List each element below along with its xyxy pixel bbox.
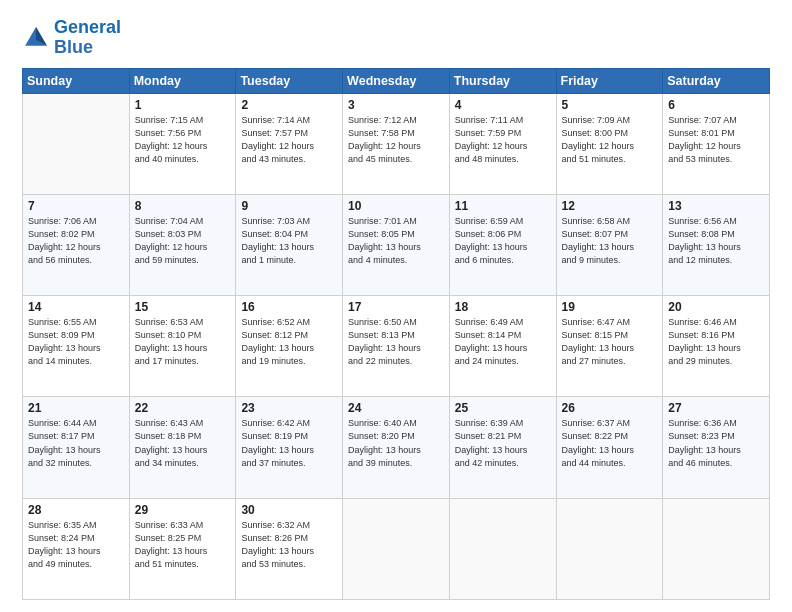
- weekday-header-friday: Friday: [556, 68, 663, 93]
- day-info: Sunrise: 6:56 AMSunset: 8:08 PMDaylight:…: [668, 215, 764, 267]
- day-info: Sunrise: 6:52 AMSunset: 8:12 PMDaylight:…: [241, 316, 337, 368]
- day-number: 5: [562, 98, 658, 112]
- day-info: Sunrise: 7:04 AMSunset: 8:03 PMDaylight:…: [135, 215, 231, 267]
- calendar-cell: 9Sunrise: 7:03 AMSunset: 8:04 PMDaylight…: [236, 194, 343, 295]
- day-number: 4: [455, 98, 551, 112]
- calendar-week-4: 21Sunrise: 6:44 AMSunset: 8:17 PMDayligh…: [23, 397, 770, 498]
- day-number: 12: [562, 199, 658, 213]
- day-info: Sunrise: 7:15 AMSunset: 7:56 PMDaylight:…: [135, 114, 231, 166]
- day-info: Sunrise: 6:32 AMSunset: 8:26 PMDaylight:…: [241, 519, 337, 571]
- calendar-week-2: 7Sunrise: 7:06 AMSunset: 8:02 PMDaylight…: [23, 194, 770, 295]
- weekday-header-tuesday: Tuesday: [236, 68, 343, 93]
- day-number: 17: [348, 300, 444, 314]
- weekday-header-monday: Monday: [129, 68, 236, 93]
- day-number: 26: [562, 401, 658, 415]
- day-info: Sunrise: 6:55 AMSunset: 8:09 PMDaylight:…: [28, 316, 124, 368]
- calendar-header-row: SundayMondayTuesdayWednesdayThursdayFrid…: [23, 68, 770, 93]
- calendar-cell: 30Sunrise: 6:32 AMSunset: 8:26 PMDayligh…: [236, 498, 343, 599]
- calendar-cell: 26Sunrise: 6:37 AMSunset: 8:22 PMDayligh…: [556, 397, 663, 498]
- calendar-cell: 4Sunrise: 7:11 AMSunset: 7:59 PMDaylight…: [449, 93, 556, 194]
- day-number: 10: [348, 199, 444, 213]
- day-info: Sunrise: 6:53 AMSunset: 8:10 PMDaylight:…: [135, 316, 231, 368]
- day-info: Sunrise: 6:50 AMSunset: 8:13 PMDaylight:…: [348, 316, 444, 368]
- calendar-cell: 1Sunrise: 7:15 AMSunset: 7:56 PMDaylight…: [129, 93, 236, 194]
- calendar-cell: 8Sunrise: 7:04 AMSunset: 8:03 PMDaylight…: [129, 194, 236, 295]
- day-number: 29: [135, 503, 231, 517]
- day-number: 22: [135, 401, 231, 415]
- day-info: Sunrise: 7:06 AMSunset: 8:02 PMDaylight:…: [28, 215, 124, 267]
- day-number: 14: [28, 300, 124, 314]
- calendar-cell: 28Sunrise: 6:35 AMSunset: 8:24 PMDayligh…: [23, 498, 130, 599]
- day-info: Sunrise: 7:12 AMSunset: 7:58 PMDaylight:…: [348, 114, 444, 166]
- day-info: Sunrise: 6:35 AMSunset: 8:24 PMDaylight:…: [28, 519, 124, 571]
- calendar-cell: 3Sunrise: 7:12 AMSunset: 7:58 PMDaylight…: [343, 93, 450, 194]
- calendar-cell: 17Sunrise: 6:50 AMSunset: 8:13 PMDayligh…: [343, 296, 450, 397]
- day-number: 8: [135, 199, 231, 213]
- calendar-cell: [556, 498, 663, 599]
- calendar-cell: 25Sunrise: 6:39 AMSunset: 8:21 PMDayligh…: [449, 397, 556, 498]
- logo-icon: [22, 24, 50, 52]
- day-info: Sunrise: 7:01 AMSunset: 8:05 PMDaylight:…: [348, 215, 444, 267]
- day-number: 2: [241, 98, 337, 112]
- day-info: Sunrise: 6:43 AMSunset: 8:18 PMDaylight:…: [135, 417, 231, 469]
- logo-text: General Blue: [54, 18, 121, 58]
- day-number: 13: [668, 199, 764, 213]
- day-info: Sunrise: 7:11 AMSunset: 7:59 PMDaylight:…: [455, 114, 551, 166]
- calendar-cell: 2Sunrise: 7:14 AMSunset: 7:57 PMDaylight…: [236, 93, 343, 194]
- calendar-cell: 22Sunrise: 6:43 AMSunset: 8:18 PMDayligh…: [129, 397, 236, 498]
- calendar-cell: [23, 93, 130, 194]
- day-info: Sunrise: 6:47 AMSunset: 8:15 PMDaylight:…: [562, 316, 658, 368]
- calendar-cell: 21Sunrise: 6:44 AMSunset: 8:17 PMDayligh…: [23, 397, 130, 498]
- day-info: Sunrise: 6:36 AMSunset: 8:23 PMDaylight:…: [668, 417, 764, 469]
- calendar-cell: 5Sunrise: 7:09 AMSunset: 8:00 PMDaylight…: [556, 93, 663, 194]
- calendar-cell: 27Sunrise: 6:36 AMSunset: 8:23 PMDayligh…: [663, 397, 770, 498]
- day-number: 15: [135, 300, 231, 314]
- page: General Blue SundayMondayTuesdayWednesda…: [0, 0, 792, 612]
- calendar-cell: 20Sunrise: 6:46 AMSunset: 8:16 PMDayligh…: [663, 296, 770, 397]
- calendar-cell: 24Sunrise: 6:40 AMSunset: 8:20 PMDayligh…: [343, 397, 450, 498]
- calendar-cell: 16Sunrise: 6:52 AMSunset: 8:12 PMDayligh…: [236, 296, 343, 397]
- day-info: Sunrise: 6:33 AMSunset: 8:25 PMDaylight:…: [135, 519, 231, 571]
- day-info: Sunrise: 6:37 AMSunset: 8:22 PMDaylight:…: [562, 417, 658, 469]
- day-info: Sunrise: 6:44 AMSunset: 8:17 PMDaylight:…: [28, 417, 124, 469]
- day-info: Sunrise: 7:03 AMSunset: 8:04 PMDaylight:…: [241, 215, 337, 267]
- calendar-week-5: 28Sunrise: 6:35 AMSunset: 8:24 PMDayligh…: [23, 498, 770, 599]
- calendar-week-1: 1Sunrise: 7:15 AMSunset: 7:56 PMDaylight…: [23, 93, 770, 194]
- day-info: Sunrise: 7:09 AMSunset: 8:00 PMDaylight:…: [562, 114, 658, 166]
- logo: General Blue: [22, 18, 121, 58]
- day-number: 28: [28, 503, 124, 517]
- day-info: Sunrise: 6:42 AMSunset: 8:19 PMDaylight:…: [241, 417, 337, 469]
- header: General Blue: [22, 18, 770, 58]
- day-info: Sunrise: 6:46 AMSunset: 8:16 PMDaylight:…: [668, 316, 764, 368]
- calendar-cell: 7Sunrise: 7:06 AMSunset: 8:02 PMDaylight…: [23, 194, 130, 295]
- weekday-header-wednesday: Wednesday: [343, 68, 450, 93]
- day-number: 23: [241, 401, 337, 415]
- day-number: 9: [241, 199, 337, 213]
- weekday-header-sunday: Sunday: [23, 68, 130, 93]
- calendar-cell: 23Sunrise: 6:42 AMSunset: 8:19 PMDayligh…: [236, 397, 343, 498]
- day-number: 16: [241, 300, 337, 314]
- calendar-cell: 13Sunrise: 6:56 AMSunset: 8:08 PMDayligh…: [663, 194, 770, 295]
- calendar-cell: 19Sunrise: 6:47 AMSunset: 8:15 PMDayligh…: [556, 296, 663, 397]
- day-number: 30: [241, 503, 337, 517]
- calendar-cell: 15Sunrise: 6:53 AMSunset: 8:10 PMDayligh…: [129, 296, 236, 397]
- day-number: 20: [668, 300, 764, 314]
- day-number: 27: [668, 401, 764, 415]
- day-info: Sunrise: 7:07 AMSunset: 8:01 PMDaylight:…: [668, 114, 764, 166]
- day-number: 6: [668, 98, 764, 112]
- calendar-cell: [663, 498, 770, 599]
- day-number: 19: [562, 300, 658, 314]
- day-number: 11: [455, 199, 551, 213]
- calendar-cell: 10Sunrise: 7:01 AMSunset: 8:05 PMDayligh…: [343, 194, 450, 295]
- weekday-header-saturday: Saturday: [663, 68, 770, 93]
- day-number: 3: [348, 98, 444, 112]
- calendar-cell: 11Sunrise: 6:59 AMSunset: 8:06 PMDayligh…: [449, 194, 556, 295]
- calendar-table: SundayMondayTuesdayWednesdayThursdayFrid…: [22, 68, 770, 600]
- calendar-cell: [343, 498, 450, 599]
- day-info: Sunrise: 7:14 AMSunset: 7:57 PMDaylight:…: [241, 114, 337, 166]
- day-info: Sunrise: 6:58 AMSunset: 8:07 PMDaylight:…: [562, 215, 658, 267]
- calendar-cell: 14Sunrise: 6:55 AMSunset: 8:09 PMDayligh…: [23, 296, 130, 397]
- day-info: Sunrise: 6:40 AMSunset: 8:20 PMDaylight:…: [348, 417, 444, 469]
- day-info: Sunrise: 6:59 AMSunset: 8:06 PMDaylight:…: [455, 215, 551, 267]
- calendar-cell: 12Sunrise: 6:58 AMSunset: 8:07 PMDayligh…: [556, 194, 663, 295]
